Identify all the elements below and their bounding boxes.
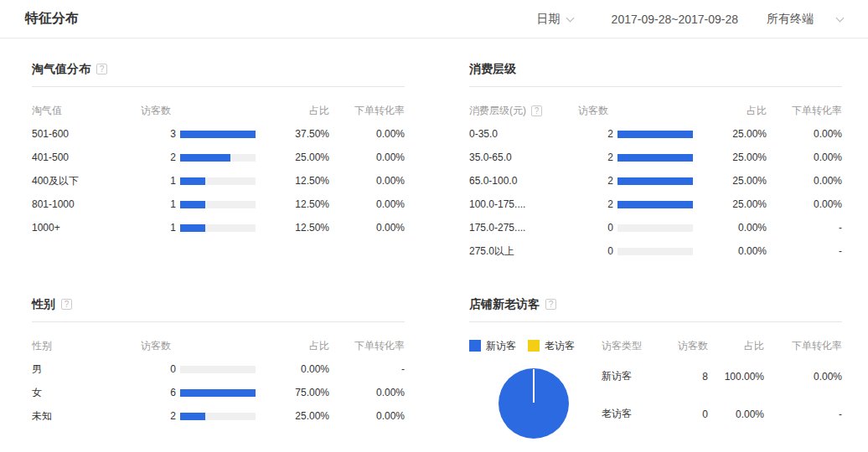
share-value: 100.00%	[708, 371, 764, 383]
panel-taoqi-value: 淘气值分布 ? 淘气值 访客数 占比 下单转化率 501-600337.50%0…	[32, 39, 405, 263]
visitor-bar-fill	[180, 154, 230, 162]
help-icon[interactable]: ?	[61, 299, 72, 310]
visitor-bar-track	[617, 154, 693, 162]
visitor-bar-track	[617, 177, 693, 185]
table-row: 0-35.0225.00%0.00%	[469, 122, 842, 146]
visitor-bar-track	[180, 177, 256, 185]
visitor-count: 2	[141, 152, 176, 163]
visitor-count: 0	[660, 408, 708, 420]
dashboard-grid: 淘气值分布 ? 淘气值 访客数 占比 下单转化率 501-600337.50%0…	[0, 39, 868, 439]
terminal-dropdown-label: 所有终端	[767, 12, 814, 27]
visitor-bar-track	[180, 154, 256, 162]
row-label: 401-500	[32, 152, 141, 163]
terminal-dropdown[interactable]: 所有终端	[767, 12, 843, 27]
conversion-value: 0.00%	[329, 198, 405, 210]
page-title: 特征分布	[25, 10, 79, 28]
column-header: 访客数	[578, 104, 693, 118]
visitor-bar-fill	[617, 154, 693, 162]
visitor-count: 2	[578, 175, 613, 187]
table-row: 男00.00%-	[32, 357, 405, 381]
panel-title-text: 性别	[32, 295, 55, 312]
visitor-bar-track	[617, 131, 693, 138]
visitor-count: 2	[578, 128, 613, 140]
column-header: 下单转化率	[329, 104, 405, 118]
column-header: 占比	[693, 104, 767, 118]
visitor-bar-fill	[180, 131, 256, 138]
column-header: 占比	[256, 339, 329, 353]
share-value: 25.00%	[693, 198, 767, 210]
visitor-bar-track	[180, 131, 256, 138]
panel-gender: 性别 ? 性别 访客数 占比 下单转化率 男00.00%-女675.00%0.0…	[32, 263, 405, 439]
header-controls: 日期 2017-09-28~2017-09-28 所有终端	[537, 12, 843, 27]
table-row: 175.0-275....00.00%-	[469, 216, 842, 239]
visitor-bar-fill	[180, 389, 256, 397]
panel-title: 店铺新老访客 ?	[469, 295, 842, 322]
visitor-bar-track	[617, 201, 693, 208]
legend-label: 老访客	[545, 339, 575, 353]
conversion-value: 0.00%	[329, 222, 405, 234]
table-row: 275.0以上00.00%-	[469, 239, 842, 263]
visitor-bar-fill	[617, 131, 693, 138]
chevron-down-icon	[566, 13, 574, 22]
table-row: 女675.00%0.00%	[32, 381, 405, 404]
visitor-bar-fill	[180, 413, 205, 420]
conversion-value: -	[767, 222, 842, 234]
visitor-count: 1	[141, 198, 176, 210]
new-old-body: 新访客8100.00%0.00%老访客00.00%-	[469, 357, 842, 439]
visitor-count: 3	[141, 128, 176, 140]
panel-title: 性别 ?	[32, 295, 405, 322]
conversion-value: 0.00%	[329, 410, 405, 422]
legend-label: 新访客	[486, 339, 516, 353]
share-value: 0.00%	[693, 222, 767, 234]
column-header: 下单转化率	[764, 339, 842, 353]
pie-chart	[499, 368, 569, 439]
row-label: 未知	[32, 409, 141, 424]
panel-title-text: 消费层级	[469, 60, 516, 77]
conversion-value: -	[767, 245, 842, 257]
table-row: 新访客8100.00%0.00%	[602, 357, 842, 395]
visitor-count: 8	[660, 371, 708, 383]
row-label: 0-35.0	[469, 128, 578, 140]
share-value: 25.00%	[693, 152, 767, 163]
table-header: 性别 访客数 占比 下单转化率	[32, 334, 405, 357]
share-value: 0.00%	[256, 363, 329, 375]
new-old-legend: 新访客老访客	[469, 339, 602, 353]
legend-item[interactable]: 新访客	[469, 339, 516, 353]
panel-title-text: 淘气值分布	[32, 60, 90, 77]
share-value: 25.00%	[256, 410, 329, 422]
help-icon[interactable]: ?	[96, 64, 107, 74]
panel-title: 淘气值分布 ?	[32, 60, 405, 87]
share-value: 25.00%	[693, 175, 767, 187]
table-header: 新访客老访客 访客类型 访客数 占比 下单转化率	[469, 334, 842, 357]
conversion-value: -	[764, 408, 842, 420]
help-icon[interactable]: ?	[531, 105, 542, 116]
visitor-bar-fill	[180, 201, 205, 208]
column-header: 下单转化率	[329, 339, 405, 353]
visitor-bar-track	[180, 413, 256, 420]
pie-slice-divider	[533, 369, 535, 403]
share-value: 37.50%	[256, 128, 329, 140]
table-row: 1000+112.50%0.00%	[32, 216, 405, 239]
visitor-bar-track	[617, 248, 693, 255]
pie-area	[469, 357, 602, 439]
taoqi-table-body: 501-600337.50%0.00%401-500225.00%0.00%40…	[32, 122, 405, 239]
conversion-value: 0.00%	[767, 198, 842, 210]
conversion-value: 0.00%	[329, 128, 405, 140]
share-value: 12.50%	[256, 175, 329, 187]
row-label: 1000+	[32, 222, 141, 234]
panel-new-old-visitors: 店铺新老访客 ? 新访客老访客 访客类型 访客数 占比 下单转化率 新访客810…	[469, 263, 842, 439]
help-icon[interactable]: ?	[545, 299, 556, 310]
share-value: 75.00%	[256, 387, 329, 398]
conversion-value: 0.00%	[767, 128, 842, 140]
visitor-bar-track	[180, 201, 256, 208]
column-header: 占比	[256, 104, 329, 118]
visitor-count: 2	[578, 152, 613, 163]
date-range-picker[interactable]: 2017-09-28~2017-09-28	[612, 13, 738, 26]
date-dropdown[interactable]: 日期	[537, 12, 573, 27]
visitor-count: 1	[141, 222, 176, 234]
table-row: 100.0-175....225.00%0.00%	[469, 193, 842, 216]
visitor-bar-track	[180, 389, 256, 397]
column-header: 访客数	[141, 104, 256, 118]
legend-item[interactable]: 老访客	[528, 339, 575, 353]
visitor-count: 2	[578, 198, 613, 210]
